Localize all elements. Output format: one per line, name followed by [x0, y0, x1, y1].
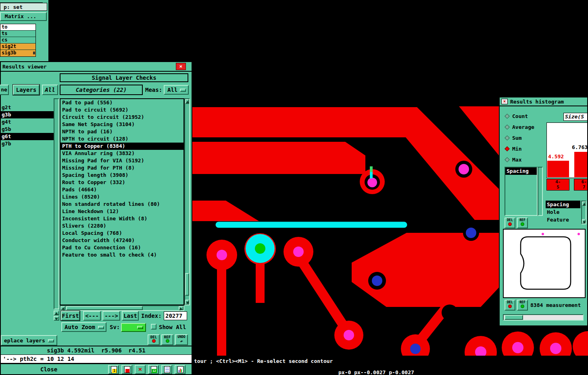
- layer-item[interactable]: g4t: [1, 118, 54, 126]
- measure-category[interactable]: Feature: [546, 216, 580, 224]
- category-item[interactable]: Spacing length (3908): [60, 172, 183, 179]
- partial-tab-button[interactable]: ne: [0, 85, 9, 95]
- error-marker-tick: [370, 172, 373, 178]
- scrollbar-thumb[interactable]: [66, 306, 143, 310]
- measure-category-scrollbar[interactable]: [581, 201, 586, 224]
- mini-list-item[interactable]: sig2t: [0, 44, 35, 50]
- mini-list-item[interactable]: ts: [0, 31, 35, 37]
- histogram-scrollbar-h[interactable]: [503, 314, 584, 321]
- page-red-icon[interactable]: [121, 365, 132, 374]
- stat-option-min-selected[interactable]: Min: [505, 145, 546, 153]
- document-lines-icon[interactable]: [161, 365, 172, 374]
- stat-option-count[interactable]: Count: [505, 113, 546, 121]
- measure-category[interactable]: Hole: [546, 208, 580, 216]
- measure-listbox-scrollbar[interactable]: [538, 167, 543, 216]
- scroll-down-arrow-icon[interactable]: [185, 300, 189, 305]
- undo-button[interactable]: UNDO ↶: [175, 334, 188, 345]
- mini-list-item[interactable]: cs: [0, 37, 35, 44]
- ref-button[interactable]: REF: [161, 334, 173, 345]
- last-button[interactable]: Last: [122, 311, 139, 321]
- histogram-icon[interactable]: [175, 365, 186, 374]
- scrollbar-thumb[interactable]: [505, 315, 523, 320]
- stat-option-sum[interactable]: Sum: [505, 135, 546, 143]
- category-item[interactable]: Feature too small to check (4): [60, 251, 183, 259]
- next-button[interactable]: --->: [102, 311, 120, 321]
- scroll-up-arrow-icon[interactable]: [582, 201, 586, 206]
- page-1-icon[interactable]: 1: [108, 365, 119, 374]
- category-item[interactable]: Missing Pad for PTH (8): [60, 164, 183, 172]
- mini-list-item[interactable]: sig3b: [0, 50, 35, 56]
- category-item[interactable]: Same Net Spacing (3104): [60, 121, 183, 128]
- layer-item-selected[interactable]: g3b: [1, 111, 54, 118]
- mini-list-item[interactable]: to: [0, 24, 35, 31]
- category-item[interactable]: Inconsistent Line Width (8): [60, 215, 183, 222]
- replace-layers-dropdown[interactable]: eplace layers: [1, 335, 57, 346]
- first-button[interactable]: First: [61, 311, 80, 321]
- layer-list-scrollbar[interactable]: [54, 98, 59, 309]
- layer-scroll-down-arrow-icon[interactable]: [54, 316, 59, 321]
- histogram-titlebar[interactable]: × Results histogram: [500, 97, 587, 106]
- category-item[interactable]: Missing Pad for VIA (5192): [60, 157, 183, 164]
- disp-field[interactable]: p: set: [0, 3, 47, 11]
- matrix-button[interactable]: Matrix ...: [0, 12, 47, 21]
- delete-x-icon[interactable]: ×: [135, 365, 146, 374]
- layer-scroll-up-arrow-icon[interactable]: [54, 311, 59, 315]
- layer-item[interactable]: g2t: [1, 104, 54, 111]
- category-item[interactable]: NPTH to circuit (128): [60, 135, 183, 143]
- index-input[interactable]: [164, 311, 187, 320]
- stat-option-average[interactable]: Average: [505, 124, 546, 132]
- category-item[interactable]: Pad to circuit (5692): [60, 106, 183, 114]
- sv-color-dropdown[interactable]: [121, 323, 146, 332]
- prev-button[interactable]: <---: [83, 311, 101, 321]
- tab-layers[interactable]: Layers: [13, 85, 40, 95]
- category-item[interactable]: Non standard rotated lines (80): [60, 201, 183, 208]
- scroll-up-arrow-icon[interactable]: [185, 99, 189, 104]
- category-item[interactable]: Line Neckdown (12): [60, 208, 183, 215]
- bar-bin-6-7[interactable]: [574, 152, 588, 177]
- category-item[interactable]: Pad to Cu Connection (16): [60, 244, 183, 251]
- layer-item[interactable]: g5b: [1, 126, 54, 133]
- scroll-right-arrow-icon[interactable]: [179, 306, 183, 310]
- doc-line: [165, 368, 169, 368]
- histogram-ref-button[interactable]: REF: [517, 218, 528, 228]
- category-item[interactable]: Slivers (2280): [60, 222, 183, 230]
- measure-category-selected[interactable]: Spacing: [546, 201, 580, 208]
- show-all-checkbox[interactable]: [151, 324, 156, 329]
- feature-preview-panel[interactable]: [503, 229, 586, 298]
- category-scrollbar-v[interactable]: [184, 98, 190, 305]
- category-item[interactable]: Pads (4664): [60, 186, 183, 193]
- category-item[interactable]: NPTH to pad (16): [60, 128, 183, 135]
- command-line[interactable]: '--> pth2c = 10 12 14: [1, 354, 192, 363]
- scroll-down-arrow-icon[interactable]: [582, 219, 586, 224]
- close-icon[interactable]: ×: [176, 63, 186, 70]
- category-item[interactable]: Lines (8520): [60, 193, 183, 201]
- category-item-selected[interactable]: PTH to Copper (8384): [60, 143, 183, 150]
- histogram-ref-button-2[interactable]: REF: [517, 300, 528, 311]
- layer-item-selected[interactable]: g6t: [1, 133, 54, 140]
- category-scrollbar-h[interactable]: [60, 305, 184, 311]
- page-12-icon[interactable]: 12: [148, 365, 159, 374]
- category-item[interactable]: Conductor width (47240): [60, 237, 183, 244]
- category-item[interactable]: Circuit to circuit (21952): [60, 114, 183, 121]
- category-item[interactable]: Local Spacing (768): [60, 230, 183, 237]
- histogram-del-button[interactable]: DEL: [505, 218, 515, 228]
- close-button[interactable]: Close: [40, 366, 57, 373]
- meas-dropdown[interactable]: All: [164, 85, 189, 95]
- category-item[interactable]: VIA Annular ring (3832): [60, 150, 183, 157]
- histogram-plot[interactable]: 4.592 6.763: [546, 122, 588, 178]
- auto-zoom-label: Auto Zoom: [65, 323, 95, 331]
- results-viewer-titlebar[interactable]: Results viewer ×: [1, 62, 192, 72]
- window-menu-icon[interactable]: ×: [501, 99, 508, 104]
- scrollbar-thumb[interactable]: [185, 273, 189, 296]
- del-button[interactable]: DEL: [148, 334, 160, 345]
- auto-zoom-dropdown[interactable]: Auto Zoom: [61, 322, 106, 332]
- category-item[interactable]: Pad to pad (556): [60, 99, 183, 106]
- bar-bin-4-5[interactable]: [547, 161, 569, 177]
- scroll-left-arrow-icon[interactable]: [60, 306, 65, 310]
- stat-option-max[interactable]: Max: [505, 156, 546, 164]
- category-item[interactable]: Rout to Copper (332): [60, 179, 183, 186]
- layer-item[interactable]: g7b: [1, 140, 54, 147]
- histogram-del-button-2[interactable]: DEL: [505, 300, 515, 311]
- measure-item-selected[interactable]: Spacing: [505, 168, 537, 175]
- tab-all[interactable]: All: [42, 85, 58, 95]
